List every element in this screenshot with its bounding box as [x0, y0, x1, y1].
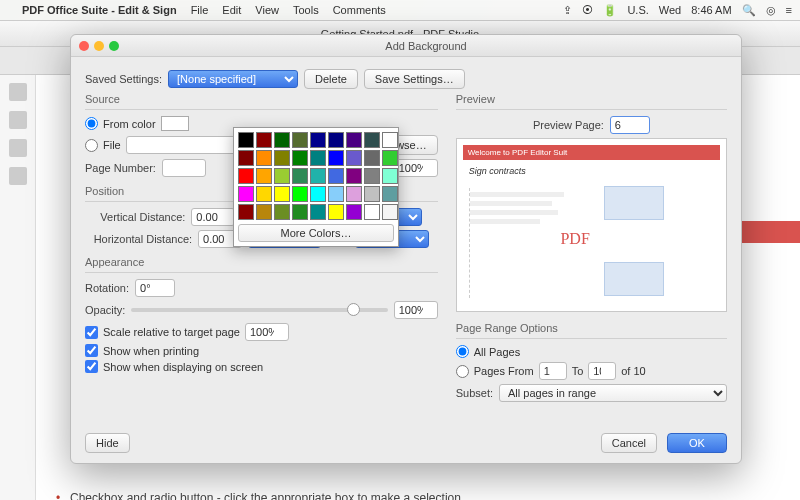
subset-select[interactable]: All pages in range: [499, 384, 727, 402]
delete-button[interactable]: Delete: [304, 69, 358, 89]
flag-label[interactable]: U.S.: [627, 4, 648, 16]
sidebar-tool-3[interactable]: [9, 139, 27, 157]
menu-extra-icon[interactable]: ≡: [786, 4, 792, 16]
wifi-icon[interactable]: ⦿: [582, 4, 593, 16]
color-swatch-cell[interactable]: [364, 186, 380, 202]
from-color-radio[interactable]: [85, 117, 98, 130]
color-swatch-cell[interactable]: [346, 186, 362, 202]
color-swatch-cell[interactable]: [274, 150, 290, 166]
color-swatch-cell[interactable]: [328, 132, 344, 148]
color-swatch-cell[interactable]: [382, 204, 398, 220]
color-swatch-cell[interactable]: [238, 150, 254, 166]
scale-relative-input[interactable]: [245, 323, 289, 341]
color-swatch-cell[interactable]: [292, 132, 308, 148]
color-swatch-cell[interactable]: [256, 132, 272, 148]
color-swatch-cell[interactable]: [238, 204, 254, 220]
preview-doc-title: Welcome to PDF Editor Suit: [463, 145, 720, 160]
menu-view[interactable]: View: [255, 4, 279, 16]
color-swatch-cell[interactable]: [364, 150, 380, 166]
pages-from-input[interactable]: [539, 362, 567, 380]
color-swatch-cell[interactable]: [310, 204, 326, 220]
more-colors-button[interactable]: More Colors…: [238, 224, 394, 242]
pages-from-radio[interactable]: [456, 365, 469, 378]
preview-page-input[interactable]: [610, 116, 650, 134]
color-swatch-cell[interactable]: [292, 168, 308, 184]
color-swatch-cell[interactable]: [274, 132, 290, 148]
color-swatch-cell[interactable]: [328, 186, 344, 202]
traffic-lights[interactable]: [79, 41, 119, 51]
save-settings-button[interactable]: Save Settings…: [364, 69, 465, 89]
color-swatch-cell[interactable]: [292, 204, 308, 220]
color-swatch-cell[interactable]: [256, 186, 272, 202]
color-swatch-cell[interactable]: [346, 168, 362, 184]
color-swatch-cell[interactable]: [238, 168, 254, 184]
color-swatch-cell[interactable]: [292, 186, 308, 202]
clock-day[interactable]: Wed: [659, 4, 681, 16]
color-swatch-cell[interactable]: [328, 168, 344, 184]
app-name[interactable]: PDF Office Suite - Edit & Sign: [22, 4, 177, 16]
menu-tools[interactable]: Tools: [293, 4, 319, 16]
pages-to-input[interactable]: [588, 362, 616, 380]
siri-icon[interactable]: ◎: [766, 4, 776, 17]
color-swatch-cell[interactable]: [310, 168, 326, 184]
search-icon[interactable]: 🔍: [742, 4, 756, 17]
color-swatch-cell[interactable]: [310, 150, 326, 166]
color-swatch-cell[interactable]: [274, 186, 290, 202]
saved-settings-label: Saved Settings:: [85, 73, 162, 85]
ok-button[interactable]: OK: [667, 433, 727, 453]
color-swatch-cell[interactable]: [256, 204, 272, 220]
sidebar-tool-1[interactable]: [9, 83, 27, 101]
color-swatch-cell[interactable]: [382, 150, 398, 166]
show-screen-check[interactable]: [85, 360, 98, 373]
color-swatch-cell[interactable]: [364, 204, 380, 220]
preview-label: Preview: [456, 93, 727, 105]
color-swatch-cell[interactable]: [256, 150, 272, 166]
color-swatch-cell[interactable]: [238, 132, 254, 148]
source-label: Source: [85, 93, 438, 105]
clock-time[interactable]: 8:46 AM: [691, 4, 731, 16]
color-swatch-cell[interactable]: [274, 204, 290, 220]
vdist-label: Vertical Distance:: [100, 211, 185, 223]
rotation-input[interactable]: [135, 279, 175, 297]
color-swatch[interactable]: [161, 116, 189, 131]
color-swatch-cell[interactable]: [310, 132, 326, 148]
show-print-check[interactable]: [85, 344, 98, 357]
menu-edit[interactable]: Edit: [222, 4, 241, 16]
cancel-button[interactable]: Cancel: [601, 433, 657, 453]
file-radio[interactable]: [85, 139, 98, 152]
scale-relative-check[interactable]: [85, 326, 98, 339]
menu-file[interactable]: File: [191, 4, 209, 16]
vdist-input[interactable]: [191, 208, 235, 226]
color-swatch-cell[interactable]: [382, 132, 398, 148]
color-swatch-cell[interactable]: [364, 132, 380, 148]
hide-button[interactable]: Hide: [85, 433, 130, 453]
sidebar-tool-4[interactable]: [9, 167, 27, 185]
menu-comments[interactable]: Comments: [333, 4, 386, 16]
color-swatch-cell[interactable]: [238, 186, 254, 202]
color-swatch-cell[interactable]: [292, 150, 308, 166]
page-number-input[interactable]: [162, 159, 206, 177]
dialog-titlebar[interactable]: Add Background: [71, 35, 741, 57]
color-swatch-cell[interactable]: [256, 168, 272, 184]
color-swatch-cell[interactable]: [328, 204, 344, 220]
color-swatch-cell[interactable]: [346, 132, 362, 148]
color-swatch-cell[interactable]: [382, 186, 398, 202]
status-icon[interactable]: ⇪: [563, 4, 572, 17]
color-swatch-cell[interactable]: [346, 150, 362, 166]
sidebar-tool-2[interactable]: [9, 111, 27, 129]
color-swatch-cell[interactable]: [382, 168, 398, 184]
pages-of-label: of 10: [621, 365, 645, 377]
all-pages-radio[interactable]: [456, 345, 469, 358]
saved-settings-select[interactable]: [None specified]: [168, 70, 298, 88]
color-swatch-cell[interactable]: [346, 204, 362, 220]
color-swatch-cell[interactable]: [310, 186, 326, 202]
color-swatch-cell[interactable]: [364, 168, 380, 184]
color-swatch-cell[interactable]: [328, 150, 344, 166]
absolute-scale-input[interactable]: [394, 159, 438, 177]
color-swatch-cell[interactable]: [274, 168, 290, 184]
rotation-label: Rotation:: [85, 282, 129, 294]
menubar: PDF Office Suite - Edit & Sign File Edit…: [0, 0, 800, 20]
opacity-slider[interactable]: [131, 308, 387, 312]
battery-icon[interactable]: 🔋: [603, 4, 617, 17]
opacity-input[interactable]: [394, 301, 438, 319]
